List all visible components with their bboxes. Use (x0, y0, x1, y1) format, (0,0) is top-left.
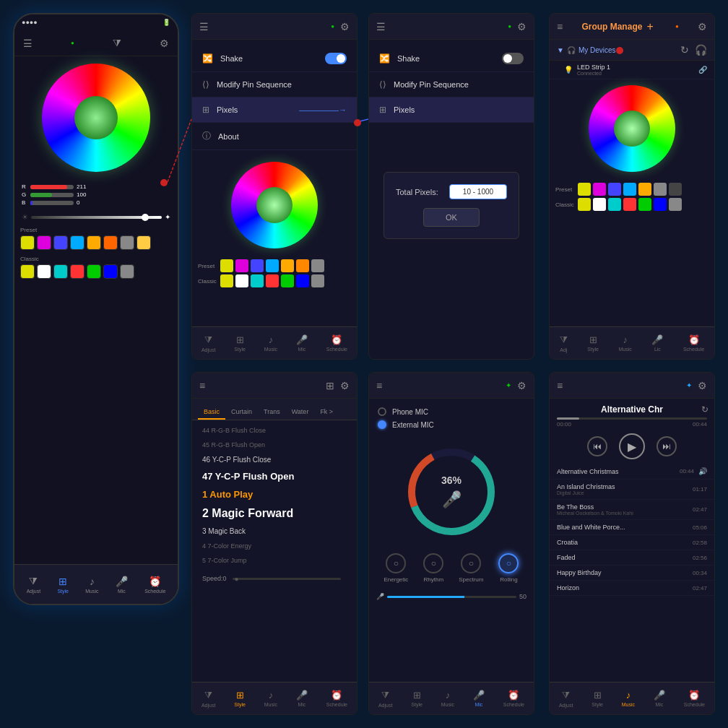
external-mic-radio[interactable] (378, 420, 386, 429)
music-nav-style[interactable]: ⊞ Style (592, 690, 603, 707)
external-mic-row[interactable]: External MIC (378, 420, 525, 429)
menu-item-modify-pin[interactable]: ⟨⟩ Modify Pin Sequence (192, 72, 357, 98)
gcs5[interactable] (638, 198, 651, 211)
b-bar[interactable] (30, 201, 74, 205)
track-3[interactable]: Blue and White Porce... 05:06 (550, 520, 714, 535)
cs5[interactable] (281, 274, 294, 287)
gps2[interactable] (593, 183, 606, 196)
dialog-ok-button[interactable]: OK (423, 208, 480, 227)
phone-nav-schedule[interactable]: ⏰ Schedule (144, 576, 165, 594)
cs2[interactable] (235, 274, 248, 287)
style-item-44[interactable]: 44 R-G-B Flush Close (192, 423, 357, 438)
style-nav-schedule[interactable]: ⏰ Schedule (326, 690, 347, 707)
group-plus-icon[interactable]: + (646, 20, 653, 33)
panel-menu-settings[interactable]: ⚙ (340, 21, 350, 32)
gcs3[interactable] (608, 198, 621, 211)
classic-swatch-3[interactable] (53, 264, 68, 279)
brightness-slider[interactable] (31, 216, 162, 219)
group-nav-style[interactable]: ⊞ Style (587, 334, 599, 352)
phone-mic-radio[interactable] (378, 407, 386, 416)
pixels-menu-modify[interactable]: ⟨⟩ Modify Pin Sequence (369, 72, 534, 98)
gcs4[interactable] (623, 198, 636, 211)
swatch-darkorange[interactable] (103, 235, 118, 250)
speed-slider[interactable] (233, 578, 341, 580)
menu-item-shake[interactable]: 🔀 Shake (192, 46, 357, 72)
gcs1[interactable] (578, 198, 591, 211)
mic-nav-style[interactable]: ⊞ Style (411, 690, 422, 707)
gps6[interactable] (654, 183, 667, 196)
ctrl-rolling-circle[interactable]: ○ (498, 553, 519, 573)
play-button[interactable]: ▶ (619, 433, 645, 459)
classic-swatch-4[interactable] (70, 264, 84, 279)
panel-mic-hamburger[interactable]: ≡ (376, 380, 382, 391)
classic-swatch-5[interactable] (87, 264, 101, 279)
phone-color-wheel[interactable] (42, 64, 150, 172)
tab-trans[interactable]: Trans (258, 405, 286, 420)
track-4[interactable]: Croatia 02:58 (550, 535, 714, 550)
phone-menu-icon[interactable]: ☰ (23, 38, 32, 49)
gps1[interactable] (578, 183, 591, 196)
cs4[interactable] (266, 274, 279, 287)
mic-nav-adjust[interactable]: ⧩ Adjust (378, 690, 392, 708)
ps2[interactable] (235, 259, 248, 272)
music-refresh-icon[interactable]: ↻ (701, 404, 708, 415)
style-item-7color-jump[interactable]: 5 7-Color Jump (192, 553, 357, 568)
menu-item-about[interactable]: ⓘ About (192, 123, 357, 150)
tab-fk[interactable]: Fk > (314, 405, 339, 420)
style-item-7color-energy[interactable]: 4 7-Color Energy (192, 539, 357, 553)
ctrl-energetic-circle[interactable]: ○ (386, 553, 406, 573)
swatch-gray[interactable] (120, 235, 134, 250)
music-nav-schedule[interactable]: ⏰ Schedule (684, 690, 705, 707)
style-nav-adjust[interactable]: ⧩ Adjust (202, 690, 215, 708)
ps4[interactable] (266, 259, 279, 272)
track-2[interactable]: Be The Boss Micheal Oockelson & Tomoki K… (550, 500, 714, 520)
style-nav-music[interactable]: ♪ Music (264, 690, 277, 707)
my-devices-refresh[interactable]: ↻ (680, 44, 689, 56)
classic-swatch-6[interactable] (103, 264, 118, 279)
panel-pixels-settings[interactable]: ⚙ (517, 21, 526, 32)
mic-nav-schedule[interactable]: ⏰ Schedule (503, 690, 524, 707)
ctrl-rhythm-circle[interactable]: ○ (423, 553, 443, 573)
style-item-45[interactable]: 45 R-G-B Flush Open (192, 438, 357, 452)
panel-group-hamburger[interactable]: ≡ (557, 21, 563, 32)
ctrl-rhythm[interactable]: ○ Rhythm (423, 553, 443, 583)
gcs2[interactable] (593, 198, 606, 211)
phone-mic-row[interactable]: Phone MIC (378, 407, 525, 416)
classic-swatch-1[interactable] (20, 264, 35, 279)
music-nav-mic[interactable]: 🎤 Mic (654, 690, 665, 707)
ctrl-spectrum[interactable]: ○ Spectrum (459, 553, 483, 583)
swatch-cyan[interactable] (70, 235, 84, 250)
phone-nav-adjust[interactable]: ⧩ Adjust (27, 575, 40, 594)
phone-nav-mic[interactable]: 🎤 Mic (116, 576, 128, 594)
classic-swatch-2[interactable] (37, 264, 51, 279)
ps5[interactable] (281, 259, 294, 272)
mic-nav-music[interactable]: ♪ Music (441, 690, 454, 707)
phone-settings-icon[interactable]: ⚙ (160, 38, 169, 49)
panel-music-hamburger[interactable]: ≡ (557, 380, 563, 391)
ps3[interactable] (251, 259, 264, 272)
pmenu-nav-style[interactable]: ⊞ Style (234, 334, 246, 352)
phone-nav-style[interactable]: ⊞ Style (57, 576, 69, 594)
track-7[interactable]: Horizon 02:47 (550, 581, 714, 596)
group-nav-mic[interactable]: 🎤 Lic (651, 334, 663, 352)
gcs6[interactable] (654, 198, 667, 211)
cs1[interactable] (220, 274, 233, 287)
sensitivity-slider[interactable] (387, 596, 516, 598)
pixels-input[interactable] (449, 184, 507, 199)
music-nav-adjust[interactable]: ⧩ Adjust (559, 690, 573, 708)
gcs7[interactable] (669, 198, 682, 211)
g-bar[interactable] (30, 193, 74, 197)
prev-button[interactable]: ⏮ (587, 436, 607, 456)
gps3[interactable] (608, 183, 621, 196)
ctrl-spectrum-circle[interactable]: ○ (461, 553, 481, 573)
my-devices-headphone[interactable]: 🎧 (695, 44, 707, 56)
tab-basic[interactable]: Basic (198, 405, 225, 420)
group-nav-schedule[interactable]: ⏰ Schedule (683, 334, 704, 352)
style-item-magic-back[interactable]: 3 Magic Back (192, 524, 357, 539)
next-button[interactable]: ⏭ (656, 436, 677, 456)
swatch-lightyellow[interactable] (136, 235, 151, 250)
phone-nav-music[interactable]: ♪ Music (85, 576, 98, 594)
style-item-46[interactable]: 46 Y-C-P Flush Close (192, 452, 357, 467)
cs6[interactable] (296, 274, 309, 287)
style-item-magic-forward[interactable]: 2 Magic Forward (192, 503, 357, 524)
